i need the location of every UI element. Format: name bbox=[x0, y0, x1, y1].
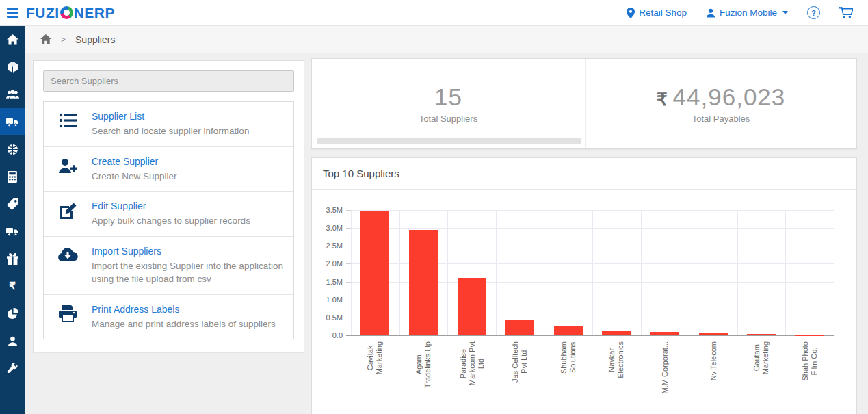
app-logo[interactable]: FUZI NERP bbox=[26, 5, 115, 21]
menu-item-import-suppliers[interactable]: Import Suppliers Import the existing Sup… bbox=[44, 236, 293, 294]
sidebar-item-settings[interactable] bbox=[0, 354, 25, 382]
gridline-vertical bbox=[785, 210, 786, 335]
pie-chart-icon bbox=[7, 308, 18, 320]
total-payables-stat: ₹44,96,023 Total Payables bbox=[586, 59, 856, 148]
sidebar-item-accounting[interactable] bbox=[0, 163, 25, 190]
x-axis-label: Cavitak Marketing bbox=[375, 341, 393, 377]
create-supplier-link[interactable]: Create Supplier bbox=[92, 156, 158, 167]
y-axis-label: 3.0M bbox=[312, 224, 343, 232]
rupee-icon: ₹ bbox=[9, 280, 16, 292]
chart-bar bbox=[505, 320, 534, 335]
y-axis-tick bbox=[346, 246, 351, 246]
wrench-icon bbox=[7, 363, 18, 374]
sidebar-item-home[interactable] bbox=[0, 26, 25, 53]
chart-bar bbox=[602, 331, 631, 335]
sidebar-item-pricing[interactable] bbox=[0, 190, 25, 218]
gridline-vertical bbox=[689, 210, 689, 335]
sidebar-item-products[interactable] bbox=[0, 53, 25, 81]
print-address-labels-link[interactable]: Print Address Labels bbox=[92, 304, 179, 315]
gridline-horizontal bbox=[351, 228, 834, 229]
y-axis-label: 0.0 bbox=[312, 331, 343, 339]
left-sidebar-nav: ₹ bbox=[0, 26, 25, 414]
x-axis-label: Shubham Solutions bbox=[568, 341, 586, 376]
breadcrumb-home-icon[interactable] bbox=[40, 34, 51, 44]
cloud-download-icon bbox=[44, 245, 92, 262]
printer-icon bbox=[44, 303, 92, 322]
x-axis-label: Agam Tradelinks Llp bbox=[423, 341, 441, 391]
cart-icon[interactable] bbox=[839, 7, 853, 18]
location-pin-icon bbox=[627, 8, 635, 18]
y-axis-label: 1.5M bbox=[312, 278, 343, 286]
store-selector[interactable]: Retail Shop bbox=[627, 8, 687, 18]
x-axis-label: Shah Photo Film Co. bbox=[810, 341, 828, 384]
sidebar-item-shipping[interactable] bbox=[0, 218, 25, 245]
gridline-vertical bbox=[544, 210, 544, 335]
user-label: Fuzion Mobile bbox=[720, 8, 777, 18]
y-axis-label: 2.0M bbox=[312, 259, 343, 268]
supplier-actions-panel: Supplier List Search and locate supplier… bbox=[33, 60, 304, 352]
y-axis-tick bbox=[346, 228, 351, 229]
gridline-vertical bbox=[641, 210, 642, 335]
x-axis-label: Paradise Markcom Pvt Ltd bbox=[472, 341, 499, 388]
rupee-currency-symbol: ₹ bbox=[657, 90, 668, 109]
edit-supplier-link[interactable]: Edit Supplier bbox=[92, 200, 146, 211]
supplier-list-desc: Search and locate supplier information bbox=[92, 125, 288, 138]
menu-item-supplier-list[interactable]: Supplier List Search and locate supplier… bbox=[44, 102, 293, 146]
user-menu[interactable]: Fuzion Mobile bbox=[706, 8, 788, 18]
import-suppliers-desc: Import the existing Supplier into the ap… bbox=[92, 259, 288, 286]
chart-bar bbox=[747, 334, 776, 335]
sidebar-item-customers[interactable] bbox=[0, 81, 25, 108]
chart-bar bbox=[458, 278, 486, 335]
supplier-menu-list: Supplier List Search and locate supplier… bbox=[43, 101, 294, 339]
sidebar-item-profile[interactable] bbox=[0, 327, 25, 354]
logo-circle-icon bbox=[60, 6, 73, 19]
y-axis-tick bbox=[346, 318, 351, 318]
x-axis-label: Jas Celltech Pvt Ltd bbox=[520, 341, 538, 385]
breadcrumb-current-page: Suppliers bbox=[75, 34, 115, 45]
help-button[interactable]: ? bbox=[807, 6, 820, 19]
create-supplier-desc: Create New Supplier bbox=[92, 170, 288, 183]
sidebar-item-web[interactable] bbox=[0, 135, 25, 163]
topbar-actions: Retail Shop Fuzion Mobile ? bbox=[627, 6, 853, 19]
sidebar-item-promotions[interactable] bbox=[0, 245, 25, 272]
menu-item-edit-supplier[interactable]: Edit Supplier Apply bulk changes to supp… bbox=[44, 191, 293, 236]
list-icon bbox=[44, 110, 92, 129]
chevron-down-icon bbox=[782, 11, 788, 14]
top-suppliers-bar-chart: 0.00.5M1.0M1.5M2.0M2.5M3.0M3.5MCavitak M… bbox=[312, 190, 858, 414]
stats-horizontal-scrollbar[interactable] bbox=[317, 138, 581, 144]
menu-item-print-address-labels[interactable]: Print Address Labels Manage and print ad… bbox=[44, 294, 293, 339]
globe-icon bbox=[7, 144, 18, 155]
print-address-labels-desc: Manage and print address labels of suppl… bbox=[92, 318, 288, 331]
hamburger-menu-icon[interactable] bbox=[0, 0, 25, 26]
gridline-vertical bbox=[351, 210, 352, 335]
chart-bar bbox=[409, 230, 438, 335]
x-axis-label: M.M.Corporat... bbox=[665, 341, 674, 396]
logo-text-prefix: FUZI bbox=[26, 5, 60, 21]
chart-bar bbox=[699, 333, 728, 335]
user-plus-icon bbox=[44, 155, 92, 174]
chart-bar bbox=[360, 211, 389, 335]
gridline-vertical bbox=[399, 210, 400, 335]
edit-icon bbox=[44, 200, 92, 220]
help-glyph: ? bbox=[811, 9, 816, 17]
import-suppliers-link[interactable]: Import Suppliers bbox=[92, 246, 161, 257]
sidebar-item-reports[interactable] bbox=[0, 300, 25, 327]
gridline-vertical bbox=[737, 210, 738, 335]
users-icon bbox=[6, 90, 19, 100]
logo-text-suffix: NERP bbox=[74, 5, 115, 21]
calculator-icon bbox=[8, 171, 17, 183]
sidebar-item-finance[interactable]: ₹ bbox=[0, 272, 25, 300]
supplier-stats-card: 15 Total Suppliers ₹44,96,023 Total Paya… bbox=[311, 58, 857, 149]
main-content: Supplier List Search and locate supplier… bbox=[25, 53, 868, 414]
home-icon bbox=[7, 34, 18, 45]
menu-item-create-supplier[interactable]: Create Supplier Create New Supplier bbox=[44, 146, 293, 192]
y-axis-label: 1.0M bbox=[312, 296, 343, 304]
total-suppliers-stat: 15 Total Suppliers bbox=[312, 59, 586, 148]
sidebar-item-suppliers[interactable] bbox=[0, 108, 25, 135]
supplier-list-link[interactable]: Supplier List bbox=[92, 111, 144, 122]
chart-bar bbox=[650, 332, 679, 335]
search-input[interactable] bbox=[43, 70, 294, 92]
gridline-vertical bbox=[592, 210, 593, 335]
gridline-vertical bbox=[447, 210, 448, 335]
chart-title: Top 10 Suppliers bbox=[312, 158, 856, 190]
